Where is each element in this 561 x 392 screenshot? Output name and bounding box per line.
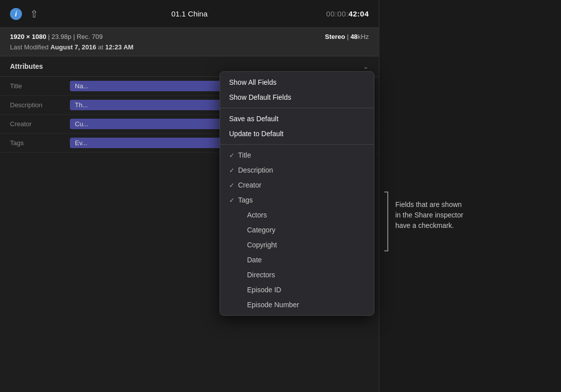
update-to-default-label: Update to Default	[229, 130, 283, 138]
modified-date: August 7, 2016	[50, 43, 96, 51]
audio-specs: Stereo | 48kHz	[325, 33, 369, 40]
annotation-line1: Fields that are shown	[395, 200, 462, 208]
frame-rate: 23.98p	[51, 33, 71, 40]
left-panel: i ⇧ 01.1 China 00:00:42:04 1920 × 1080 |…	[0, 0, 379, 392]
clip-title: 01.1 China	[171, 9, 208, 18]
attr-label-description: Description	[10, 101, 70, 109]
annotation-text: Fields that are shown in the Share inspe…	[395, 190, 463, 231]
at-label: at	[98, 43, 105, 51]
field-episode-number-item[interactable]: Episode Number	[220, 297, 374, 312]
field-copyright-label: Copyright	[247, 241, 277, 249]
field-actors-item[interactable]: Actors	[220, 207, 374, 222]
check-tags: ✓	[229, 196, 238, 204]
info-row-modified: Last Modified August 7, 2016 at 12:23 AM	[10, 43, 369, 51]
resolution: 1920 × 1080	[10, 33, 46, 40]
annotation-line2: in the Share inspector	[395, 211, 463, 219]
sample-rate-unit: kHz	[358, 33, 369, 40]
info-icon[interactable]: i	[10, 8, 22, 20]
show-all-fields-label: Show All Fields	[229, 78, 277, 86]
right-panel: Fields that are shown in the Share inspe…	[379, 0, 561, 392]
check-description: ✓	[229, 167, 238, 174]
show-default-fields-item[interactable]: Show Default Fields	[220, 90, 374, 105]
field-title-label: Title	[238, 151, 251, 159]
field-description-label: Description	[238, 166, 273, 174]
field-creator-label: Creator	[238, 181, 262, 189]
field-directors-item[interactable]: Directors	[220, 267, 374, 282]
field-tags-label: Tags	[238, 196, 253, 204]
menu-section-fields: ✓ Title ✓ Description ✓ Creator ✓ Tags	[220, 145, 374, 315]
field-episode-id-label: Episode ID	[247, 286, 281, 294]
menu-section-show: Show All Fields Show Default Fields	[220, 72, 374, 108]
field-date-item[interactable]: Date	[220, 252, 374, 267]
update-to-default-item[interactable]: Update to Default	[220, 126, 374, 141]
last-modified-label: Last Modified	[10, 43, 48, 51]
attributes-section: Attributes ⌄ Title Na... Description Th.…	[0, 56, 379, 153]
field-copyright-item[interactable]: Copyright	[220, 237, 374, 252]
check-title: ✓	[229, 152, 238, 159]
top-bar: i ⇧ 01.1 China 00:00:42:04	[0, 0, 379, 28]
share-icon[interactable]: ⇧	[30, 8, 38, 20]
field-category-item[interactable]: Category	[220, 222, 374, 237]
field-category-label: Category	[247, 226, 276, 234]
timecode: 00:00:42:04	[326, 9, 369, 18]
field-actors-label: Actors	[247, 211, 267, 219]
field-episode-id-item[interactable]: Episode ID	[220, 282, 374, 297]
annotation-area: Fields that are shown in the Share inspe…	[384, 190, 463, 251]
attr-label-creator: Creator	[10, 120, 70, 128]
show-default-fields-label: Show Default Fields	[229, 93, 291, 101]
save-as-default-label: Save as Default	[229, 115, 279, 123]
info-row-technical: 1920 × 1080 | 23.98p | Rec. 709 Stereo |…	[10, 33, 369, 40]
dropdown-menu: Show All Fields Show Default Fields Save…	[220, 71, 374, 316]
video-specs: 1920 × 1080 | 23.98p | Rec. 709	[10, 33, 103, 40]
field-tags-item[interactable]: ✓ Tags	[220, 193, 374, 207]
annotation-bracket	[384, 192, 388, 251]
menu-section-save: Save as Default Update to Default	[220, 108, 374, 145]
top-bar-left: i ⇧	[10, 8, 38, 20]
field-title-item[interactable]: ✓ Title	[220, 148, 374, 163]
field-description-item[interactable]: ✓ Description	[220, 163, 374, 178]
sample-rate: 48	[350, 33, 357, 40]
annotation-line3: have a checkmark.	[395, 221, 454, 229]
separator2: |	[73, 33, 77, 40]
show-all-fields-item[interactable]: Show All Fields	[220, 75, 374, 90]
field-episode-number-label: Episode Number	[247, 301, 299, 309]
chevron-down-icon[interactable]: ⌄	[363, 62, 369, 70]
field-directors-label: Directors	[247, 271, 275, 279]
attr-label-title: Title	[10, 82, 70, 90]
save-as-default-item[interactable]: Save as Default	[220, 111, 374, 126]
check-creator: ✓	[229, 182, 238, 189]
attr-label-tags: Tags	[10, 139, 70, 147]
timecode-suffix: 42:04	[348, 9, 369, 18]
field-creator-item[interactable]: ✓ Creator	[220, 178, 374, 193]
audio-label: Stereo	[325, 33, 345, 40]
color-space: Rec. 709	[77, 33, 103, 40]
timecode-prefix: 00:00:	[326, 9, 348, 18]
attributes-label: Attributes	[10, 62, 43, 70]
field-date-label: Date	[247, 256, 262, 264]
info-bar: 1920 × 1080 | 23.98p | Rec. 709 Stereo |…	[0, 28, 379, 56]
modified-time: 12:23 AM	[105, 43, 134, 51]
